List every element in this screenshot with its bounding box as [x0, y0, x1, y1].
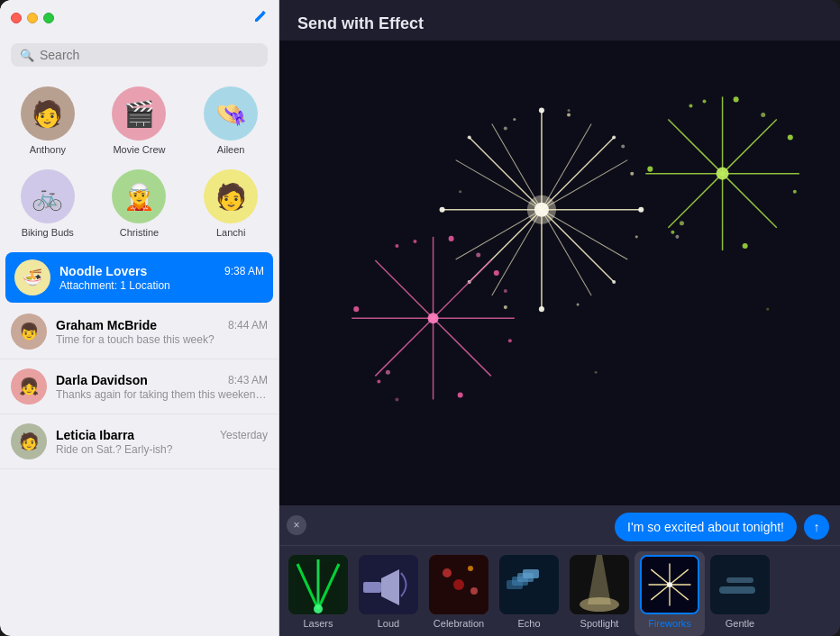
search-input[interactable]	[40, 48, 259, 62]
effect-item-echo[interactable]: Echo	[494, 551, 564, 636]
svg-point-24	[468, 136, 471, 140]
svg-point-45	[508, 339, 512, 342]
avatar-christine: 🧝	[112, 169, 166, 223]
svg-point-51	[386, 370, 390, 375]
svg-point-78	[395, 397, 398, 401]
svg-rect-97	[523, 569, 539, 578]
svg-point-69	[689, 104, 692, 107]
conv-item-leticia-ibarra[interactable]: 🧑 Leticia Ibarra Yesterday Ride on Sat.?…	[0, 414, 278, 469]
effect-label-fireworks: Fireworks	[648, 618, 691, 629]
conv-item-noodle-lovers[interactable]: 🍜 Noodle Lovers 9:38 AM Attachment: 1 Lo…	[5, 252, 273, 303]
effect-item-loud[interactable]: Loud	[353, 551, 424, 636]
effect-thumb-loud	[359, 555, 418, 614]
svg-rect-0	[279, 56, 840, 490]
svg-point-65	[793, 190, 797, 194]
effect-item-lasers[interactable]: Lasers	[283, 551, 353, 636]
svg-point-30	[635, 235, 638, 238]
avatar-lanchi: 🧑	[204, 169, 258, 223]
svg-point-26	[527, 195, 556, 224]
effect-thumb-spotlight	[570, 555, 629, 614]
svg-point-75	[459, 190, 461, 193]
fireworks-area	[279, 41, 840, 505]
svg-point-66	[743, 243, 748, 249]
svg-point-20	[612, 280, 616, 284]
svg-point-28	[513, 118, 516, 121]
svg-rect-112	[719, 586, 755, 594]
conv-content-darla-davidson: Darla Davidson 8:43 AM Thanks again for …	[56, 373, 268, 401]
svg-point-61	[717, 168, 729, 180]
conv-preview-darla-davidson: Thanks again for taking them this weeken…	[56, 388, 268, 401]
effect-item-fireworks[interactable]: Fireworks	[635, 551, 705, 636]
svg-point-79	[766, 308, 769, 311]
svg-point-90	[468, 566, 473, 571]
svg-point-110	[667, 582, 672, 587]
contact-name-lanchi: Lanchi	[216, 227, 245, 238]
minimize-window-button[interactable]	[27, 13, 38, 23]
send-icon: ↑	[814, 520, 820, 534]
fullscreen-window-button[interactable]	[43, 13, 54, 23]
effect-item-spotlight[interactable]: Spotlight	[564, 551, 635, 636]
svg-rect-113	[726, 577, 753, 583]
effect-item-gentle[interactable]: Gentle	[705, 551, 775, 636]
svg-point-23	[440, 207, 445, 213]
effects-strip: Lasers Loud Celebration Echo Spotlight F…	[279, 545, 840, 636]
svg-point-48	[353, 306, 359, 312]
conv-avatar-graham-mcbride: 👦	[11, 313, 47, 350]
avatar-aileen: 👒	[204, 86, 258, 141]
sidebar: 🔍 🧑 Anthony 🎬 Movie Crew 👒 Aileen 🚲 Biki…	[0, 0, 279, 636]
compose-button[interactable]	[253, 9, 268, 27]
avatar-anthony: 🧑	[21, 86, 75, 141]
svg-point-19	[638, 207, 644, 213]
avatar-movie-crew: 🎬	[112, 86, 166, 141]
pinned-contact-christine[interactable]: 🧝 Christine	[96, 164, 184, 243]
conv-content-graham-mcbride: Graham McBride 8:44 AM Time for a touch …	[56, 318, 268, 346]
conv-item-graham-mcbride[interactable]: 👦 Graham McBride 8:44 AM Time for a touc…	[0, 304, 278, 359]
svg-point-89	[443, 568, 452, 577]
contact-name-anthony: Anthony	[30, 144, 66, 155]
effect-item-celebration[interactable]: Celebration	[424, 551, 494, 636]
svg-point-64	[788, 135, 793, 141]
effect-label-gentle: Gentle	[726, 618, 754, 629]
contact-name-biking-buds: Biking Buds	[22, 227, 74, 238]
svg-point-70	[761, 113, 765, 117]
conv-name-graham-mcbride: Graham McBride	[56, 318, 157, 332]
avatar-biking-buds: 🚲	[21, 169, 75, 223]
titlebar	[0, 0, 278, 36]
svg-point-63	[703, 99, 707, 103]
svg-point-32	[577, 304, 580, 306]
close-window-button[interactable]	[11, 13, 22, 23]
conversation-list: 🍜 Noodle Lovers 9:38 AM Attachment: 1 Lo…	[0, 250, 278, 636]
conv-avatar-darla-davidson: 👧	[11, 368, 47, 404]
svg-point-91	[453, 579, 464, 590]
search-bar[interactable]: 🔍	[11, 43, 268, 67]
svg-rect-86	[363, 582, 381, 593]
svg-rect-111	[710, 555, 770, 614]
svg-point-76	[675, 235, 679, 239]
pinned-contact-aileen[interactable]: 👒 Aileen	[187, 81, 275, 160]
message-bubble: I'm so excited about tonight!	[615, 513, 797, 541]
effect-thumb-echo	[499, 555, 559, 614]
traffic-lights	[11, 13, 54, 23]
effect-label-spotlight: Spotlight	[580, 618, 619, 629]
contact-name-aileen: Aileen	[217, 144, 245, 155]
effect-thumb-celebration	[429, 555, 488, 614]
pinned-contact-lanchi[interactable]: 🧑 Lanchi	[187, 164, 275, 243]
conv-item-darla-davidson[interactable]: 👧 Darla Davidson 8:43 AM Thanks again fo…	[0, 359, 278, 414]
pinned-contact-movie-crew[interactable]: 🎬 Movie Crew	[96, 81, 184, 160]
effect-label-echo: Echo	[517, 618, 540, 629]
bottom-bar: × I'm so excited about tonight! ↑	[279, 505, 840, 545]
svg-point-92	[470, 587, 478, 595]
pinned-contact-anthony[interactable]: 🧑 Anthony	[4, 81, 92, 160]
pinned-contact-biking-buds[interactable]: 🚲 Biking Buds	[4, 164, 92, 243]
conv-preview-graham-mcbride: Time for a touch base this week?	[56, 333, 268, 346]
conv-preview-noodle-lovers: Attachment: 1 Location	[59, 279, 264, 292]
svg-point-50	[476, 252, 480, 257]
svg-point-72	[504, 126, 507, 130]
svg-point-46	[458, 392, 463, 397]
conv-preview-leticia-ibarra: Ride on Sat.? Early-ish?	[56, 443, 268, 456]
send-button[interactable]: ↑	[804, 514, 829, 540]
conv-time-leticia-ibarra: Yesterday	[220, 429, 268, 441]
svg-point-67	[671, 231, 674, 234]
close-effect-button[interactable]: ×	[287, 515, 306, 535]
effect-label-loud: Loud	[378, 618, 399, 629]
